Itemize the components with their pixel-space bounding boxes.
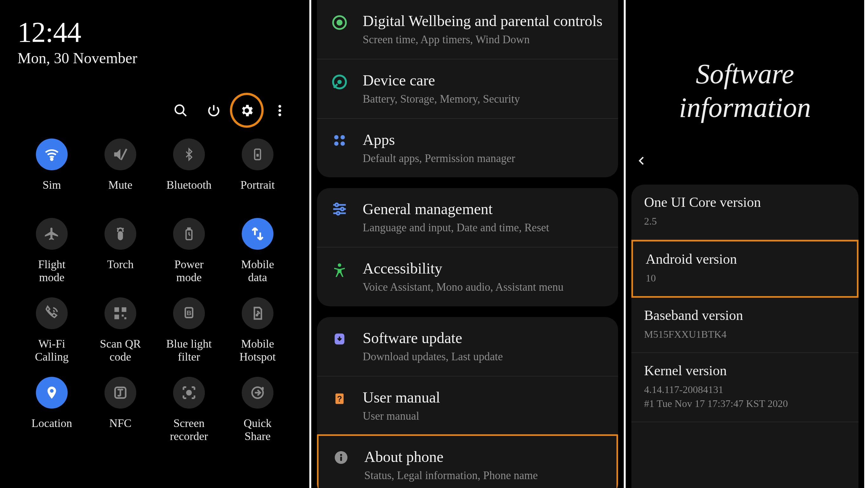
qs-tile[interactable]: BBlue light filter (155, 297, 223, 364)
more-vertical-icon (278, 103, 281, 118)
svg-text:B: B (186, 309, 191, 316)
manual-icon: ? (322, 389, 357, 407)
qs-tile[interactable]: NFC (86, 377, 155, 444)
power-button[interactable] (205, 102, 223, 119)
settings-row[interactable]: ?User manualUser manual (317, 376, 618, 435)
qs-tile-icon (173, 218, 205, 250)
svg-line-12 (123, 228, 124, 229)
settings-row[interactable]: Digital Wellbeing and parental controlsS… (317, 0, 618, 59)
software-info-panel: Software information One UI Core version… (626, 0, 866, 488)
info-row-title: Android version (646, 251, 844, 267)
svg-point-4 (279, 114, 281, 116)
settings-row-subtitle: Language and input, Date and time, Reset (363, 221, 607, 235)
a11y-icon (322, 260, 357, 279)
qs-tile[interactable]: Mobile Hotspot (223, 297, 292, 364)
qs-tile[interactable]: Screen recorder (155, 377, 223, 444)
clock-time: 12:44 (18, 16, 292, 49)
clock-date: Mon, 30 November (18, 49, 292, 67)
qs-tile-label: Sim (42, 179, 61, 205)
qs-tile[interactable]: Quick Share (223, 377, 292, 444)
wellbeing-icon (322, 12, 357, 31)
qs-tile[interactable]: Scan QR code (86, 297, 155, 364)
qs-tile-icon (36, 218, 68, 250)
info-row[interactable]: One UI Core version2.5 (631, 185, 859, 240)
info-row-value: 2.5 (644, 214, 846, 228)
info-row[interactable]: Baseband versionM515FXXU1BTK4 (631, 298, 859, 353)
settings-row-title: Digital Wellbeing and parental controls (363, 12, 607, 30)
svg-point-0 (175, 105, 184, 114)
settings-group: Digital Wellbeing and parental controlsS… (317, 0, 618, 177)
info-row[interactable]: Android version10 (631, 240, 859, 298)
settings-row-title: Accessibility (363, 260, 607, 277)
svg-point-33 (340, 142, 345, 146)
svg-rect-14 (114, 307, 119, 312)
info-row-title: Baseband version (644, 307, 846, 324)
svg-line-6 (121, 149, 126, 160)
settings-group: Software updateDownload updates, Last up… (317, 317, 618, 488)
qs-tile-label: Torch (107, 258, 133, 285)
settings-row-title: Apps (363, 131, 607, 148)
settings-button[interactable] (238, 102, 256, 119)
qs-tile[interactable]: Location (18, 377, 86, 444)
qs-tile-icon (104, 139, 136, 170)
settings-group: General managementLanguage and input, Da… (317, 188, 618, 306)
qs-tile[interactable]: Bluetooth (155, 139, 223, 205)
search-icon (174, 103, 188, 118)
settings-row-subtitle: Screen time, App timers, Wind Down (363, 33, 607, 47)
qs-tile-label: Mute (108, 179, 132, 205)
settings-row[interactable]: AppsDefault apps, Permission manager (317, 118, 618, 178)
svg-point-23 (187, 391, 191, 395)
qs-tile-icon (242, 139, 274, 170)
search-button[interactable] (172, 102, 190, 119)
more-button[interactable] (271, 102, 289, 119)
info-row-value: M515FXXU1BTK4 (644, 327, 846, 341)
settings-row[interactable]: Device careBattery, Storage, Memory, Sec… (317, 59, 618, 118)
power-icon (207, 103, 221, 118)
svg-point-45 (340, 454, 342, 456)
quick-settings-panel: 12:44 Mon, 30 November SimMuteBluetoothP… (0, 0, 311, 488)
qs-tile-label: Screen recorder (170, 417, 208, 444)
qs-tile-icon (242, 377, 274, 408)
settings-row[interactable]: General managementLanguage and input, Da… (317, 188, 618, 247)
qs-tile[interactable]: Wi-Fi Calling (18, 297, 86, 364)
svg-point-32 (334, 142, 339, 146)
svg-rect-17 (122, 314, 124, 316)
svg-line-11 (117, 228, 118, 229)
svg-point-26 (337, 20, 342, 25)
qs-tile-icon (173, 139, 205, 170)
svg-point-40 (338, 264, 341, 267)
qs-tile[interactable]: Flight mode (18, 218, 86, 285)
svg-point-31 (340, 135, 345, 140)
qs-tile[interactable]: Portrait (223, 139, 292, 205)
apps-icon (322, 131, 357, 148)
svg-point-28 (337, 80, 342, 84)
info-row-title: Kernel version (644, 363, 846, 379)
qs-tile-icon (242, 218, 274, 250)
info-row[interactable]: Kernel version4.14.117-20084131 #1 Tue N… (631, 353, 859, 423)
qs-tile-label: Blue light filter (166, 337, 212, 364)
settings-row-title: Software update (363, 329, 607, 346)
svg-rect-9 (119, 232, 122, 240)
qs-tile-icon (36, 297, 68, 329)
settings-row[interactable]: AccessibilityVoice Assistant, Mono audio… (317, 247, 618, 306)
qs-tile[interactable]: Torch (86, 218, 155, 285)
qs-tile-label: Flight mode (38, 258, 65, 285)
qs-tile-icon (36, 377, 68, 408)
qs-tile-label: Location (31, 417, 72, 444)
settings-row-title: About phone (364, 448, 605, 465)
qs-tile[interactable]: Mobile data (223, 218, 292, 285)
settings-row-subtitle: Battery, Storage, Memory, Security (363, 92, 607, 106)
software-info-card: One UI Core version2.5Android version10B… (631, 185, 859, 488)
back-button[interactable] (626, 143, 864, 185)
qs-tile[interactable]: Sim (18, 139, 86, 205)
panel-actions (18, 102, 292, 119)
info-row-value: 10 (646, 271, 844, 285)
settings-row[interactable]: Software updateDownload updates, Last up… (317, 317, 618, 376)
qs-tile-icon (104, 377, 136, 408)
qs-tile-label: Bluetooth (166, 179, 212, 205)
qs-tile[interactable]: Power mode (155, 218, 223, 285)
qs-tile[interactable]: Mute (86, 139, 155, 205)
settings-row-subtitle: Default apps, Permission manager (363, 152, 607, 165)
qs-tile-label: Scan QR code (100, 337, 141, 364)
settings-row[interactable]: About phoneStatus, Legal information, Ph… (317, 434, 618, 488)
